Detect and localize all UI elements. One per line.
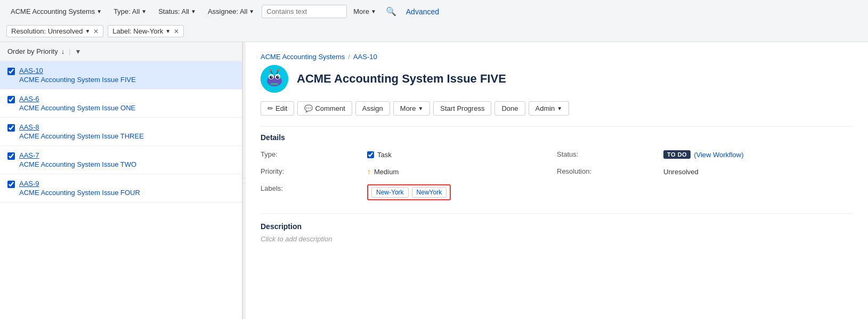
- svg-point-10: [270, 69, 272, 71]
- search-icon: 🔍: [386, 7, 396, 16]
- empty-cell-1: [557, 182, 663, 202]
- label-tag-newyork[interactable]: NewYork: [412, 187, 447, 198]
- comment-button[interactable]: 💬 Comment: [297, 101, 352, 116]
- breadcrumb-project-link[interactable]: ACME Accounting Systems: [261, 53, 345, 61]
- label-tag-newyork-hyphen[interactable]: New-York: [371, 187, 409, 198]
- project-filter-label: ACME Accounting Systems: [11, 7, 95, 15]
- issue-list-sidebar: Order by Priority ↓ | ▼ AAS-10 ACME Acco…: [0, 42, 242, 319]
- resolution-filter-badge[interactable]: Resolution: Unresolved ▼ ✕: [6, 25, 103, 37]
- search-button[interactable]: 🔍: [383, 4, 400, 19]
- more-filter-caret: ▼: [371, 9, 376, 14]
- divider-top: [261, 126, 853, 127]
- issue-title-list[interactable]: ACME Accounting System Issue FOUR: [19, 189, 140, 197]
- type-filter-label: Type: All: [113, 7, 140, 15]
- view-workflow-link[interactable]: (View Workflow): [694, 151, 743, 159]
- done-button[interactable]: Done: [494, 101, 525, 116]
- breadcrumb: ACME Accounting Systems / AAS-10: [261, 53, 853, 61]
- list-item[interactable]: AAS-6 ACME Accounting System Issue ONE: [0, 90, 242, 118]
- priority-arrow-icon: ↑: [367, 167, 371, 176]
- details-section: Details Type: Task Status: TO DO (View W…: [261, 133, 853, 202]
- list-item[interactable]: AAS-7 ACME Accounting System Issue TWO: [0, 146, 242, 174]
- start-progress-button[interactable]: Start Progress: [433, 101, 491, 116]
- status-value: TO DO (View Workflow): [663, 148, 853, 161]
- status-badge: TO DO: [663, 150, 691, 159]
- issue-title-list[interactable]: ACME Accounting System Issue THREE: [19, 132, 144, 140]
- issue-id[interactable]: AAS-10: [19, 67, 136, 75]
- svg-point-4: [270, 76, 273, 79]
- contains-text-input[interactable]: [262, 5, 347, 18]
- resolution-filter-clear[interactable]: ✕: [93, 28, 99, 35]
- assignee-filter[interactable]: Assignee: All ▼: [204, 5, 258, 18]
- avatar: [261, 65, 288, 93]
- type-filter-caret: ▼: [141, 9, 147, 14]
- svg-point-7: [278, 76, 279, 77]
- description-placeholder[interactable]: Click to add description: [261, 235, 853, 243]
- list-item[interactable]: AAS-10 ACME Accounting System Issue FIVE: [0, 61, 242, 90]
- status-label: Status:: [557, 148, 663, 161]
- label-badge-caret: ▼: [165, 28, 171, 34]
- issue-title-list[interactable]: ACME Accounting System Issue ONE: [19, 104, 135, 112]
- assignee-filter-caret: ▼: [249, 9, 254, 14]
- edit-button[interactable]: ✏ Edit: [261, 101, 294, 116]
- issue-list: AAS-10 ACME Accounting System Issue FIVE…: [0, 61, 242, 202]
- issue-id[interactable]: AAS-7: [19, 151, 136, 159]
- type-filter[interactable]: Type: All ▼: [109, 5, 151, 18]
- order-dropdown-caret[interactable]: ▼: [75, 48, 82, 55]
- admin-label: Admin: [536, 104, 555, 112]
- type-label: Type:: [261, 148, 367, 161]
- issue-checkbox[interactable]: [7, 96, 15, 103]
- description-section: Description Click to add description: [261, 222, 853, 243]
- issue-title-list[interactable]: ACME Accounting System Issue TWO: [19, 160, 136, 168]
- comment-label: Comment: [315, 104, 345, 112]
- issue-checkbox[interactable]: [7, 152, 15, 160]
- more-filter-button[interactable]: More ▼: [350, 5, 379, 18]
- label-filter-badge[interactable]: Label: New-York ▼ ✕: [108, 25, 184, 37]
- labels-label: Labels:: [261, 182, 367, 202]
- issue-header: ACME Accounting System Issue FIVE: [261, 65, 853, 93]
- breadcrumb-separator: /: [348, 53, 350, 61]
- resolution-filter-label: Resolution: Unresolved: [11, 27, 83, 35]
- pipe-divider: |: [69, 47, 70, 55]
- edit-icon: ✏: [267, 104, 273, 112]
- svg-point-12: [277, 69, 279, 71]
- issue-text: AAS-7 ACME Accounting System Issue TWO: [19, 151, 136, 168]
- admin-button[interactable]: Admin ▼: [529, 101, 570, 116]
- comment-icon: 💬: [304, 104, 313, 112]
- issue-detail-panel: ACME Accounting Systems / AAS-10: [246, 42, 868, 319]
- main-layout: Order by Priority ↓ | ▼ AAS-10 ACME Acco…: [0, 42, 868, 319]
- more-actions-button[interactable]: More ▼: [393, 101, 431, 116]
- type-value-text: Task: [377, 151, 392, 159]
- advanced-button[interactable]: Advanced: [403, 5, 442, 18]
- order-by-label: Order by Priority: [7, 47, 58, 55]
- issue-text: AAS-9 ACME Accounting System Issue FOUR: [19, 180, 140, 197]
- issue-text: AAS-6 ACME Accounting System Issue ONE: [19, 95, 135, 112]
- issue-id[interactable]: AAS-8: [19, 123, 144, 131]
- issue-text: AAS-8 ACME Accounting System Issue THREE: [19, 123, 144, 140]
- status-filter-caret: ▼: [191, 9, 196, 14]
- assign-button[interactable]: Assign: [355, 101, 390, 116]
- label-filter-label: Label: New-York: [112, 27, 163, 35]
- breadcrumb-issue-id-link[interactable]: AAS-10: [353, 53, 377, 61]
- issue-checkbox[interactable]: [7, 68, 15, 75]
- details-heading: Details: [261, 133, 853, 142]
- more-filter-label: More: [353, 7, 369, 15]
- status-filter[interactable]: Status: All ▼: [154, 5, 200, 18]
- advanced-label: Advanced: [406, 7, 439, 16]
- list-item[interactable]: AAS-9 ACME Accounting System Issue FOUR: [0, 174, 242, 202]
- issue-title-list[interactable]: ACME Accounting System Issue FIVE: [19, 76, 136, 84]
- list-item[interactable]: AAS-8 ACME Accounting System Issue THREE: [0, 118, 242, 146]
- edit-label: Edit: [275, 104, 287, 112]
- assignee-filter-label: Assignee: All: [208, 7, 247, 15]
- issue-text: AAS-10 ACME Accounting System Issue FIVE: [19, 67, 136, 84]
- more-actions-label: More: [400, 104, 416, 112]
- label-filter-clear[interactable]: ✕: [174, 28, 179, 35]
- top-filter-bar: ACME Accounting Systems ▼ Type: All ▼ St…: [0, 0, 868, 42]
- action-buttons-bar: ✏ Edit 💬 Comment Assign More ▼ Start Pro…: [261, 101, 853, 116]
- start-progress-label: Start Progress: [440, 104, 484, 112]
- issue-checkbox[interactable]: [7, 181, 15, 188]
- issue-id[interactable]: AAS-6: [19, 95, 135, 103]
- project-filter[interactable]: ACME Accounting Systems ▼: [6, 5, 106, 18]
- issue-id[interactable]: AAS-9: [19, 180, 140, 188]
- issue-checkbox[interactable]: [7, 124, 15, 132]
- empty-cell-2: [663, 182, 853, 202]
